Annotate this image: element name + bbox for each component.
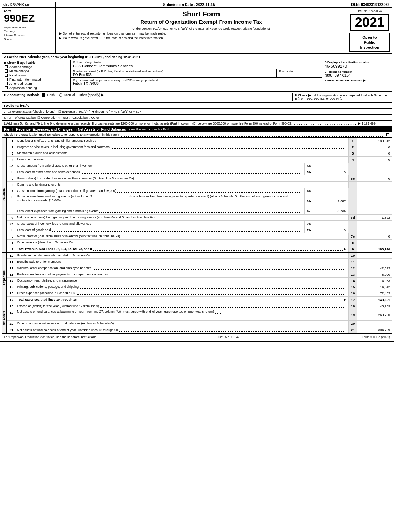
k-form-row: K Form of organization: ☑ Corporation ○ … — [2, 115, 392, 121]
row-value — [357, 259, 392, 265]
line-num: 17 — [348, 297, 357, 303]
part1-title: Revenue, Expenses, and Changes in Net As… — [16, 128, 126, 132]
g-section: G Accounting Method: Cash Accrual Other … — [4, 93, 292, 101]
title-col: Short Form Return of Organization Exempt… — [56, 8, 347, 53]
row-num: 11 — [7, 259, 15, 265]
table-row: 9 Total revenue. Add lines 1, 2, 3, 4, 5… — [7, 246, 392, 252]
g-label: G Accounting Method: — [4, 93, 39, 97]
line-num — [348, 163, 357, 169]
row-value — [357, 227, 392, 233]
row-value: 0 — [357, 233, 392, 239]
dln: DLN: 93492319122062 — [322, 2, 392, 7]
row-label: Grants and similar amounts paid (list in… — [15, 253, 348, 258]
row-value: 43,939 — [357, 303, 392, 309]
g-cash: Cash — [42, 93, 55, 97]
row-num: 10 — [7, 253, 15, 258]
line-num: 20 — [348, 321, 357, 327]
line-num — [348, 208, 357, 214]
sub-val — [313, 188, 348, 194]
table-row: 11 Benefits paid to or for members 11 — [7, 259, 392, 265]
sub-num: 6b — [304, 194, 313, 208]
row-num: 1 — [7, 138, 15, 144]
final-label: Final return/terminated — [9, 78, 41, 81]
row-value — [357, 253, 392, 258]
instr2-text: ▶ Do not enter social security numbers o… — [59, 32, 168, 35]
row-value — [357, 221, 392, 227]
table-row: 5a Gross amount from sale of assets othe… — [7, 163, 392, 169]
table-row: 6 Gaming and fundraising events — [7, 182, 392, 188]
line-num: 8 — [348, 240, 357, 246]
expenses-label: Expenses — [2, 269, 6, 286]
row-value: 260,790 — [357, 309, 392, 320]
table-row: 7a Gross sales of inventory, less return… — [7, 221, 392, 227]
city-value: Fritch, TX 79036 — [73, 82, 320, 85]
expenses-side-label: Expenses — [2, 253, 7, 303]
ein-value: 46-5699270 — [325, 64, 390, 69]
tax-status-row: J Tax-exempt status (check only one) - ☑… — [2, 109, 392, 115]
line-num: 12 — [348, 265, 357, 271]
table-row: 15 Printing, publications, postage, and … — [7, 284, 392, 290]
phone-value: (806) 397-0154 — [325, 73, 390, 77]
form-number: 990EZ — [4, 13, 53, 23]
line-num — [348, 194, 357, 208]
instruction2: ▶ Do not enter social security numbers o… — [59, 32, 343, 35]
line-num: 5c — [348, 175, 357, 181]
net-assets-label: Net Assets — [2, 309, 6, 327]
check-org-row: B Check if applicable: Address change Na… — [2, 60, 392, 92]
other-line — [105, 93, 161, 97]
row-num: 14 — [7, 278, 15, 284]
dept-line1: Department of the — [4, 26, 26, 29]
line-num: 6d — [348, 215, 357, 220]
row-num: 16 — [7, 290, 15, 296]
line-num: 4 — [348, 157, 357, 163]
table-row: 10 Grants and similar amounts paid (list… — [7, 253, 392, 259]
row-num: 8 — [7, 240, 15, 246]
row-num: d — [7, 215, 15, 220]
row-value: 0 — [357, 175, 392, 181]
sub-val — [313, 163, 348, 169]
city-row: City or town, state or province, country… — [71, 78, 322, 86]
section-a-text: A For the 2021 calendar year, or tax yea… — [4, 55, 140, 59]
check-initial: Initial return — [4, 74, 68, 77]
row-num: c — [7, 233, 15, 239]
g-h-row: G Accounting Method: Cash Accrual Other … — [2, 92, 392, 103]
l-add-text: L Add lines 5b, 6c, and 7b to line 9 to … — [4, 122, 292, 125]
accrual-checkbox — [59, 93, 62, 97]
row-num: c — [7, 208, 15, 214]
table-row: c Gain or (loss) from sale of assets oth… — [7, 175, 392, 182]
row-value: 0 — [357, 157, 392, 163]
row-num: 7a — [7, 221, 15, 227]
submission-date: Submission Date - 2022-11-15 — [56, 2, 322, 7]
row-num: b — [7, 227, 15, 233]
pending-label: Application pending — [9, 86, 37, 90]
table-row: 17 Total expenses. Add lines 10 through … — [7, 297, 392, 303]
check-dots — [121, 133, 383, 137]
other-label: Other (specify) ▶ — [79, 93, 104, 97]
row-label: Program service revenue including govern… — [15, 144, 348, 150]
dept-line4: Service — [4, 38, 13, 41]
sub-val: 0 — [313, 169, 348, 175]
dln-text: DLN: 93492319122062 — [351, 2, 389, 7]
f-row: F Group Exemption Number ▶ — [325, 79, 390, 82]
net-assets-side-label: Net Assets — [2, 303, 7, 333]
row-label: Total revenue. Add lines 1, 2, 3, 4, 5c,… — [15, 246, 348, 252]
street-value: PO Box 533 — [73, 73, 274, 77]
row-value — [357, 182, 392, 188]
line-num: 13 — [348, 271, 357, 277]
row-label: Less: direct expenses from gaming and fu… — [15, 208, 304, 214]
row-num: 18 — [7, 303, 15, 309]
efile-text: efile GRAPHIC print — [3, 3, 31, 6]
row-label: Other changes in net assets or fund bala… — [15, 321, 348, 327]
address-checkbox — [5, 65, 8, 68]
g-accrual: Accrual — [59, 93, 76, 97]
row-num: 4 — [7, 157, 15, 163]
revenue-side-label: Revenue — [2, 138, 7, 252]
row-num: 3 — [7, 150, 15, 156]
row-num: 20 — [7, 321, 15, 327]
row-num: 6 — [7, 182, 15, 188]
table-row: 2 Program service revenue including gove… — [7, 144, 392, 150]
street-label: Number and street (or P. O. box, if mail… — [73, 70, 274, 73]
l-dots: . . . . . . . . . . . . . . . . . . . . … — [294, 122, 356, 125]
revenue-section: Revenue 1 Contributions, gifts, grants, … — [2, 138, 392, 253]
table-row: b Gross income from fundraising events (… — [7, 194, 392, 208]
